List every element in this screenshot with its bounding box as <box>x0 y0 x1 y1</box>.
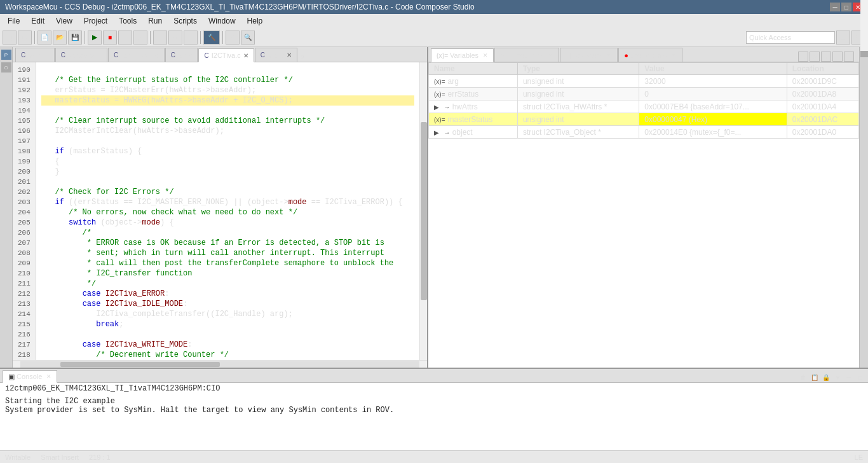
linenum-195: 195 <box>15 116 33 126</box>
tab-variables-close[interactable]: ✕ <box>483 52 488 59</box>
tab-label-i2c: i2c.c <box>178 52 193 59</box>
menu-run[interactable]: Run <box>143 15 167 27</box>
tab-breakpoints[interactable]: ● Breakpoints ✕ <box>618 48 682 62</box>
console-max-btn[interactable]: □ <box>855 372 865 382</box>
tab-expressions-close[interactable]: ✕ <box>548 52 553 59</box>
tab-close-idle[interactable]: ✕ <box>287 52 292 59</box>
maximize-button[interactable]: □ <box>841 3 851 11</box>
code-line-210: * I2C_transfer function <box>41 268 414 279</box>
code-line-202: /* Check for I2C Errors */ <box>41 187 414 197</box>
rtab-collapse-btn[interactable]: ◁ <box>798 52 808 62</box>
tab-label-i2ctmp: i2ctmp006.c <box>121 52 158 59</box>
console-tab-close[interactable]: ✕ <box>46 373 51 380</box>
rtab-expand-btn[interactable]: ▷ <box>810 52 820 62</box>
var-value-masterstatus: 0x00000047 (Hex) <box>639 113 787 126</box>
linenum-197: 197 <box>15 136 33 146</box>
code-scrollbar[interactable] <box>419 62 427 360</box>
linenum-204: 204 <box>15 207 33 218</box>
linenum-203: 203 <box>15 197 33 207</box>
sidebar-outline[interactable]: O <box>1 62 11 73</box>
toolbar-build-btn[interactable]: 🔨 <box>203 31 220 45</box>
toolbar-debug-btn[interactable]: ▶ <box>88 31 102 45</box>
tab-expressions[interactable]: ≈ Expressions ✕ <box>494 48 559 62</box>
horizontal-scrollbar[interactable] <box>13 360 427 368</box>
tab-icon-main: C <box>21 52 25 59</box>
toolbar-open-btn[interactable]: 📂 <box>53 31 67 45</box>
var-row-arg[interactable]: (x)=arg unsigned int 32000 0x20001D9C <box>429 75 859 88</box>
toolbar-extra1-btn[interactable]: ⚙ <box>226 31 240 45</box>
expand-hwattrs[interactable]: ▶ <box>434 104 439 111</box>
console-clear-btn[interactable]: 🗑 <box>798 372 808 382</box>
status-bar: Writable Smart Insert 219 : 1 LE <box>0 450 868 463</box>
toolbar-sep-4 <box>200 31 201 44</box>
tab-idle-c[interactable]: C Idle.c ✕ <box>255 48 298 62</box>
rtab-min-btn[interactable]: ─ <box>832 52 843 62</box>
code-line-205: switch (object->mode) { <box>41 218 414 228</box>
toolbar-stop-btn[interactable]: ■ <box>103 31 117 45</box>
quick-access-input[interactable]: Quick Access <box>746 31 835 44</box>
console-line-1: Starting the I2C example <box>5 397 863 406</box>
console-area: ▣ Console ✕ 🗑 📋 🔒 ▾ ─ □ i2ctmp006_EK_TM4… <box>0 368 868 450</box>
right-sidebar <box>859 47 868 368</box>
tab-registers[interactable]: ||| Registers ✕ <box>560 48 618 62</box>
menu-tools[interactable]: Tools <box>114 15 142 27</box>
tab-overflow[interactable]: » <box>298 52 307 62</box>
menu-view[interactable]: View <box>51 15 78 27</box>
var-row-masterstatus[interactable]: (x)=masterStatus unsigned int 0x00000047… <box>429 113 859 126</box>
expand-object[interactable]: ▶ <box>434 129 439 136</box>
console-min-btn[interactable]: ─ <box>844 372 854 382</box>
tab-i2ctiva-c[interactable]: C I2CTiva.c ✕ <box>198 48 254 62</box>
toolbar-back-btn[interactable]: ◀ <box>3 31 17 45</box>
tab-breakpoints-close[interactable]: ✕ <box>672 52 677 59</box>
tab-registers-close[interactable]: ✕ <box>607 52 612 59</box>
console-copy-btn[interactable]: 📋 <box>810 372 820 382</box>
console-scroll-lock-btn[interactable]: 🔒 <box>821 372 831 382</box>
tab-i2c-c[interactable]: C i2c.c <box>165 48 198 62</box>
tab-main-c[interactable]: C main.c <box>15 48 55 62</box>
tab-tps6598x-c[interactable]: C tps6598x.c <box>55 48 107 62</box>
linenum-193: 193 <box>15 95 33 106</box>
code-line-194 <box>41 106 414 116</box>
toolbar-resume-btn[interactable]: ▷ <box>133 31 147 45</box>
console-menu-btn[interactable]: ▾ <box>832 372 843 382</box>
console-line-2: System provider is set to SysMin. Halt t… <box>5 406 863 415</box>
hscroll-thumb[interactable] <box>60 362 220 367</box>
code-line-200: } <box>41 167 414 177</box>
menu-edit[interactable]: Edit <box>26 15 50 27</box>
tab-icon-i2c: C <box>171 52 175 59</box>
toolbar-fwd-btn[interactable]: ▶ <box>18 31 32 45</box>
menu-file[interactable]: File <box>3 15 25 27</box>
rtab-menu-btn[interactable]: ▾ <box>821 52 831 62</box>
toolbar-save-btn[interactable]: 💾 <box>68 31 82 45</box>
sidebar-package-explorer[interactable]: P <box>1 50 11 60</box>
console-vscroll[interactable] <box>860 0 868 51</box>
toolbar-perspectives-btn[interactable]: ⊞ <box>836 31 850 45</box>
toolbar-stepout-btn[interactable]: ↑ <box>184 31 198 45</box>
rtab-max-btn[interactable]: □ <box>844 52 854 62</box>
var-row-errstatus[interactable]: (x)=errStatus unsigned int 0 0x20001DA8 <box>429 88 859 100</box>
var-row-object[interactable]: ▶ → object struct I2CTiva_Object * 0x200… <box>429 126 859 139</box>
toolbar-stepinto-btn[interactable]: ↓ <box>153 31 167 45</box>
toolbar-extra2-btn[interactable]: 🔍 <box>241 31 255 45</box>
scrollbar-thumb[interactable] <box>421 122 427 301</box>
main-layout: P O C main.c C tps6598x.c C i2ctmp006.c <box>0 47 868 450</box>
var-row-hwattrs[interactable]: ▶ → hwAttrs struct I2CTiva_HWAttrs * 0x0… <box>429 100 859 113</box>
minimize-button[interactable]: ─ <box>830 3 840 11</box>
var-type-object: struct I2CTiva_Object * <box>517 126 639 139</box>
toolbar-stepover-btn[interactable]: → <box>168 31 182 45</box>
menu-window[interactable]: Window <box>203 15 241 27</box>
var-loc-arg: 0x20001D9C <box>787 75 858 88</box>
var-name-arg: (x)=arg <box>429 75 518 88</box>
tab-variables[interactable]: (x)= Variables ✕ <box>431 48 494 62</box>
toolbar-suspend-btn[interactable]: ⏸ <box>118 31 132 45</box>
tab-console[interactable]: ▣ Console ✕ <box>3 370 57 383</box>
var-name-masterstatus: (x)=masterStatus <box>429 113 518 126</box>
var-loc-object: 0x20001DA0 <box>787 126 858 139</box>
menu-scripts[interactable]: Scripts <box>168 15 202 27</box>
menu-project[interactable]: Project <box>79 15 112 27</box>
tab-close-i2ctiva[interactable]: ✕ <box>243 52 248 59</box>
toolbar-new-btn[interactable]: 📄 <box>37 31 51 45</box>
tab-i2ctmp006-c[interactable]: C i2ctmp006.c <box>108 48 165 62</box>
tab-expressions-label: Expressions <box>506 52 544 59</box>
menu-help[interactable]: Help <box>242 15 268 27</box>
